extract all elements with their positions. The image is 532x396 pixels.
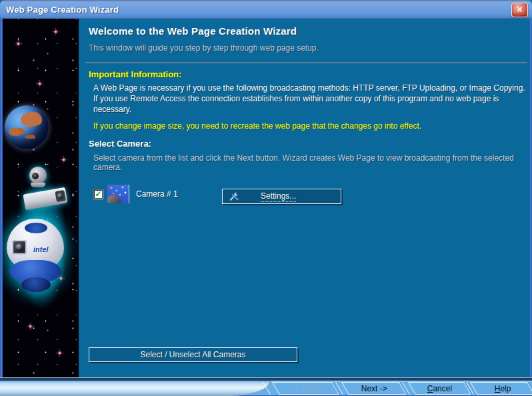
- footer-bar: <- Back Next -> Cancel Help: [0, 381, 532, 395]
- important-information-heading: Important Information:: [89, 69, 181, 79]
- settings-button[interactable]: Settings...: [222, 189, 341, 204]
- section-divider: [85, 63, 527, 64]
- star-sparkle: [17, 43, 19, 45]
- help-button-label: Help: [494, 384, 511, 393]
- image-size-note: If you change image size, you need to re…: [93, 121, 421, 131]
- back-button[interactable]: <- Back: [272, 382, 339, 395]
- wizard-content: Welcome to the Web Page Creation Wizard …: [79, 19, 530, 377]
- titlebar[interactable]: Web Page Creation Wizard ×: [0, 0, 532, 19]
- wizard-window: Web Page Creation Wizard × intel: [0, 0, 532, 396]
- select-unselect-all-button[interactable]: Select / Unselect All Cameras: [89, 347, 297, 362]
- cancel-button[interactable]: Cancel: [408, 382, 471, 395]
- camera-thumbnail: [107, 185, 129, 203]
- webcam-dome-foot: [21, 277, 51, 292]
- webcam-eyeball-graphic: [29, 167, 47, 184]
- tools-icon: [229, 191, 239, 201]
- camera-checkbox[interactable]: ✓: [93, 189, 103, 199]
- next-button[interactable]: Next ->: [341, 382, 407, 395]
- window-title: Web Page Creation Wizard: [0, 5, 119, 15]
- close-button[interactable]: ×: [511, 3, 528, 17]
- webcam-dome-graphic: intel: [7, 219, 64, 297]
- star-sparkle: [39, 83, 41, 85]
- help-button[interactable]: Help: [470, 382, 532, 395]
- close-icon: ×: [517, 4, 522, 15]
- webcam-dome-top-opening: [25, 223, 47, 233]
- star-sparkle: [59, 352, 61, 354]
- settings-button-label: Settings...: [261, 191, 296, 202]
- cancel-button-label: Cancel: [427, 384, 452, 393]
- page-subtitle: This window will guide you step by step …: [89, 43, 319, 53]
- webcam-lens: [12, 240, 27, 255]
- footer-gloss-swoosh: [0, 381, 271, 396]
- star-sparkle: [55, 31, 57, 33]
- select-camera-heading: Select Camera:: [89, 139, 151, 149]
- earth-graphic: [5, 105, 49, 149]
- select-unselect-all-label: Select / Unselect All Cameras: [140, 350, 245, 359]
- select-camera-description: Select camera from the list and click th…: [93, 153, 527, 172]
- camera-list-item: ✓ Camera # 1: [93, 184, 178, 204]
- sidebar-illustration: intel: [3, 19, 79, 377]
- intel-logo: intel: [33, 245, 49, 253]
- camera-label: Camera # 1: [136, 189, 178, 199]
- important-information-body: A Web Page is necessary if you use the f…: [93, 83, 531, 115]
- back-button-label: <- Back: [292, 384, 319, 393]
- next-button-label: Next ->: [361, 384, 387, 393]
- page-title: Welcome to the Web Page Creation Wizard: [89, 25, 297, 37]
